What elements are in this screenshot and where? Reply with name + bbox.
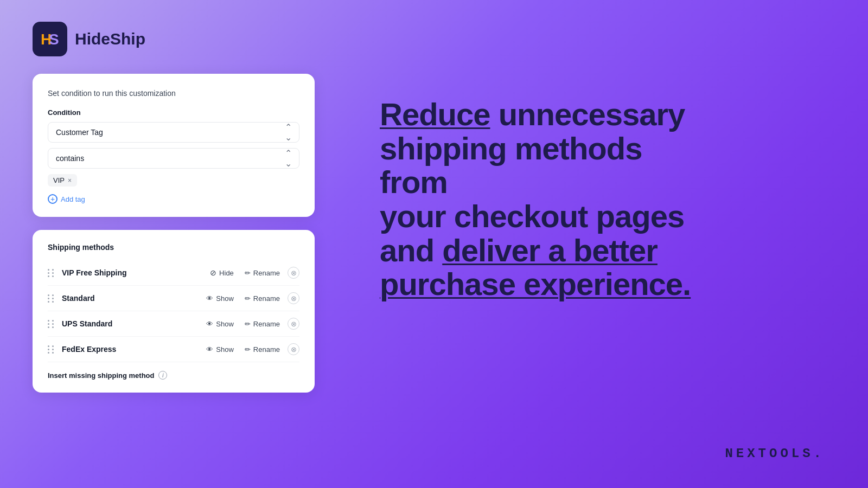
show-icon: 👁 <box>206 294 213 303</box>
condition-label: Condition <box>48 108 299 117</box>
insert-missing-label: Insert missing shipping method <box>48 371 154 380</box>
table-row: VIP Free Shipping ⊘ Hide ✏ Rename ⊗ <box>48 260 299 286</box>
rename-icon: ✏ <box>245 345 251 354</box>
hero-unnecessary: unnecessary <box>490 97 685 132</box>
remove-button[interactable]: ⊗ <box>288 343 299 355</box>
shipping-method-name: FedEx Express <box>62 345 201 354</box>
hero-deliver: deliver a better <box>442 233 658 268</box>
show-label: Show <box>216 345 234 354</box>
rename-label: Rename <box>253 345 280 354</box>
app-name: HideShip <box>75 30 145 48</box>
show-icon: 👁 <box>206 320 213 328</box>
nextools-logo: NEXTOOLS. <box>380 446 825 461</box>
remove-icon: ⊗ <box>291 294 297 303</box>
rename-label: Rename <box>253 294 280 303</box>
remove-button[interactable]: ⊗ <box>288 292 299 304</box>
tag-remove-button[interactable]: × <box>68 177 72 184</box>
shipping-method-name: VIP Free Shipping <box>62 268 205 277</box>
show-button[interactable]: 👁 Show <box>201 345 239 354</box>
rename-button[interactable]: ✏ Rename <box>239 269 285 277</box>
drag-handle-icon[interactable] <box>48 345 54 354</box>
rename-icon: ✏ <box>245 269 251 277</box>
add-tag-button[interactable]: + Add tag <box>48 194 85 204</box>
add-tag-label: Add tag <box>61 195 85 203</box>
condition-select[interactable]: Customer Tag Order Total Country Product <box>48 122 299 143</box>
add-tag-icon: + <box>48 194 58 204</box>
condition-select-wrapper: Customer Tag Order Total Country Product… <box>48 122 299 143</box>
logo-area: H S HideShip <box>33 22 315 56</box>
table-row: UPS Standard 👁 Show ✏ Rename ⊗ <box>48 311 299 337</box>
vip-tag: VIP × <box>48 174 77 187</box>
hero-line2: shipping methods from <box>380 131 642 200</box>
drag-handle-icon[interactable] <box>48 294 54 303</box>
shipping-method-name: UPS Standard <box>62 319 201 328</box>
shipping-card: Shipping methods VIP Free Shipping ⊘ Hid… <box>33 230 315 393</box>
hero-and: and <box>380 233 442 268</box>
remove-icon: ⊗ <box>291 269 297 277</box>
show-button[interactable]: 👁 Show <box>201 320 239 328</box>
tag-label: VIP <box>53 176 65 184</box>
table-row: FedEx Express 👁 Show ✏ Rename ⊗ <box>48 337 299 362</box>
shipping-method-name: Standard <box>62 294 201 303</box>
hide-icon: ⊘ <box>210 268 216 277</box>
condition-card-title: Set condition to run this customization <box>48 89 299 98</box>
drag-handle-icon[interactable] <box>48 320 54 328</box>
hero-heading: Reduce unnecessary shipping methods from… <box>380 98 705 301</box>
rename-label: Rename <box>253 320 280 328</box>
remove-icon: ⊗ <box>291 320 297 328</box>
hero-text: Reduce unnecessary shipping methods from… <box>380 98 705 301</box>
remove-icon: ⊗ <box>291 345 297 354</box>
hero-reduce: Reduce <box>380 97 490 132</box>
rename-icon: ✏ <box>245 294 251 303</box>
insert-missing-row: Insert missing shipping method i <box>48 362 299 380</box>
app-logo-icon: H S <box>33 22 67 56</box>
condition-card: Set condition to run this customization … <box>33 74 315 217</box>
info-icon: i <box>158 371 167 380</box>
rename-icon: ✏ <box>245 320 251 328</box>
show-icon: 👁 <box>206 345 213 354</box>
remove-button[interactable]: ⊗ <box>288 318 299 330</box>
hero-line3: your checkout pages <box>380 198 684 234</box>
operator-select-wrapper: contains does not contain equals starts … <box>48 148 299 169</box>
hide-button[interactable]: ⊘ Hide <box>205 268 239 277</box>
table-row: Standard 👁 Show ✏ Rename ⊗ <box>48 286 299 311</box>
show-label: Show <box>216 294 234 303</box>
remove-button[interactable]: ⊗ <box>288 267 299 279</box>
hero-purchase: purchase experience. <box>380 266 691 301</box>
rename-button[interactable]: ✏ Rename <box>239 294 285 303</box>
show-label: Show <box>216 320 234 328</box>
operator-select[interactable]: contains does not contain equals starts … <box>48 148 299 169</box>
shipping-card-title: Shipping methods <box>48 243 299 252</box>
rename-button[interactable]: ✏ Rename <box>239 320 285 328</box>
right-panel: Reduce unnecessary shipping methods from… <box>347 0 868 488</box>
rename-label: Rename <box>253 269 280 277</box>
tag-area: VIP × <box>48 174 299 187</box>
drag-handle-icon[interactable] <box>48 269 54 277</box>
rename-button[interactable]: ✏ Rename <box>239 345 285 354</box>
svg-text:S: S <box>49 31 59 48</box>
show-button[interactable]: 👁 Show <box>201 294 239 303</box>
hide-label: Hide <box>219 269 234 277</box>
left-panel: H S HideShip Set condition to run this c… <box>0 0 347 488</box>
nextools-brand: NEXTOOLS. <box>725 446 825 461</box>
